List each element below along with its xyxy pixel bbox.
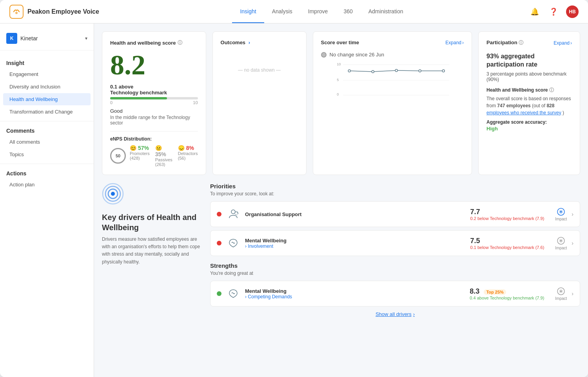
org-chevron-icon: ▾ (85, 36, 87, 41)
participation-sub: 3 percentage points above benchmark (90%… (486, 71, 572, 82)
outcomes-title: Outcomes › (221, 40, 250, 45)
svg-point-7 (348, 70, 350, 72)
detractors-label: Detractors (56) (178, 151, 198, 161)
tab-administration[interactable]: Administration (361, 0, 411, 23)
driver-icon-org-support (226, 207, 240, 221)
driver-score-strength: 8.3 Top 25% (470, 287, 544, 296)
impact-label-strength: Impact (555, 296, 567, 301)
health-score-card: Health and wellbeing score ⓘ 8.2 0.1 abo… (102, 31, 206, 175)
driver-score-1: 7.7 (470, 208, 544, 216)
driver-impact-1: Impact (555, 207, 567, 221)
outcomes-header: Outcomes › (221, 40, 298, 45)
sidebar-item-action-plan[interactable]: Action plan (3, 179, 91, 191)
tab-insight[interactable]: Insight (232, 0, 264, 23)
progress-bar: 0 10 (110, 97, 198, 105)
notifications-icon[interactable]: 🔔 (528, 5, 541, 18)
warning-dot-1 (217, 212, 221, 216)
no-change-dot-icon (321, 52, 327, 58)
time-expand-link[interactable]: Expand › (445, 40, 464, 45)
driver-name-mental: Mental Wellbeing (245, 238, 466, 244)
score-over-time-card: Score over time Expand › No change since… (313, 31, 472, 175)
sidebar-section-comments: Comments (0, 124, 94, 135)
driver-score-group-strength: 8.3 Top 25% 0.4 above Technology benchma… (470, 287, 544, 300)
score-card-title: Health and wellbeing score ⓘ (110, 40, 198, 46)
top25-badge: Top 25% (484, 289, 506, 295)
show-all-drivers: Show all drivers › (210, 311, 580, 317)
quality-desc: In the middle range for the Technology s… (110, 115, 198, 126)
driver-bench-2: 0.1 below Technology benchmark (7.6) (470, 245, 544, 250)
employees-link[interactable]: employees who received the survey (486, 110, 561, 115)
driver-sub-strength: › Competing Demands (245, 294, 465, 299)
show-all-drivers-link[interactable]: Show all drivers › (376, 311, 415, 317)
passives-pct: 😐 35% (155, 145, 172, 157)
svg-point-19 (111, 192, 115, 196)
app-name: Peakon Employee Voice (27, 8, 99, 15)
quality-label: Good (110, 108, 198, 114)
detractors-stat: 😞 8% Detractors (56) (178, 145, 198, 167)
outcomes-chevron-icon[interactable]: › (249, 40, 250, 45)
participation-info-icon[interactable]: ⓘ (519, 40, 523, 45)
sidebar-item-all-comments[interactable]: All comments (3, 136, 91, 148)
tab-improve[interactable]: Improve (300, 0, 336, 23)
key-drivers-icon (102, 183, 124, 205)
hw-info-icon[interactable]: ⓘ (549, 87, 554, 94)
sidebar-item-engagement[interactable]: Engagement (3, 68, 91, 80)
driver-icon-strength (226, 287, 240, 301)
driver-chevron-2[interactable]: › (572, 240, 573, 246)
progress-bar-fill (110, 97, 167, 99)
sidebar-section-actions: Actions (0, 167, 94, 178)
score-big-number: 8.2 (110, 51, 198, 79)
org-icon: K (6, 33, 17, 44)
svg-point-11 (442, 70, 445, 72)
bottom-section: Key drivers of Health and Wellbeing Driv… (102, 183, 580, 317)
org-name: Kinetar (20, 35, 82, 41)
hw-score-label: Health and Wellbeing score ⓘ (486, 87, 572, 94)
driver-info-mental: Mental Wellbeing › Involvement (245, 238, 466, 249)
impact-label-1: Impact (555, 217, 567, 221)
driver-sub-mental: › Involvement (245, 244, 466, 249)
good-dot-1 (217, 291, 221, 296)
main-layout: K Kinetar ▾ Insight Engagement Diversity… (0, 23, 588, 377)
sidebar-item-transformation[interactable]: Transformation and Change (3, 106, 91, 118)
svg-text:5: 5 (337, 78, 339, 82)
passives-label: Passives (263) (155, 157, 172, 167)
key-drivers-desc: Drivers measure how satisfied employees … (102, 236, 204, 266)
sidebar-item-health[interactable]: Health and Wellbeing (3, 93, 91, 105)
enps-stats: 😊 57% Promoters (428) 😐 35% Passives (26… (130, 145, 198, 167)
user-avatar[interactable]: HB (566, 5, 579, 18)
chart-svg: 10 5 0 (321, 62, 464, 97)
participation-expand-link[interactable]: Expand › (554, 40, 572, 46)
time-card-header: Score over time Expand › (321, 40, 464, 45)
driver-card-org-support[interactable]: Organisational Support 7.7 0.2 below Tec… (210, 201, 580, 227)
main-content: Health and wellbeing score ⓘ 8.2 0.1 abo… (94, 23, 588, 377)
app-logo-icon (9, 5, 24, 19)
driver-card-mental-wellbeing-1[interactable]: Mental Wellbeing › Involvement 7.5 0.1 b… (210, 230, 580, 256)
tab-analysis[interactable]: Analysis (264, 0, 300, 23)
promoters-stat: 😊 57% Promoters (428) (130, 145, 150, 167)
org-selector[interactable]: K Kinetar ▾ (0, 30, 94, 51)
svg-point-9 (395, 69, 397, 72)
driver-card-strength-1[interactable]: Mental Wellbeing › Competing Demands 8.3… (210, 281, 580, 307)
sidebar: K Kinetar ▾ Insight Engagement Diversity… (0, 23, 94, 377)
right-panel: Priorities To improve your score, look a… (210, 183, 580, 317)
sidebar-item-topics[interactable]: Topics (3, 148, 91, 161)
chart-area: 10 5 0 (321, 62, 464, 101)
benchmark-text: 0.1 above Technology benchmark (110, 84, 198, 96)
sidebar-item-diversity[interactable]: Diversity and Inclusion (3, 81, 91, 93)
driver-chevron-strength[interactable]: › (572, 290, 573, 297)
no-change-row: No change since 26 Jun (321, 52, 464, 58)
help-icon[interactable]: ❓ (547, 5, 560, 18)
driver-chevron-1[interactable]: › (572, 211, 573, 217)
participation-title: Participation ⓘ (486, 40, 523, 46)
svg-point-24 (560, 211, 562, 213)
score-info-icon[interactable]: ⓘ (178, 40, 182, 46)
svg-point-8 (372, 70, 374, 73)
promoters-label: Promoters (428) (130, 151, 150, 161)
tab-360[interactable]: 360 (336, 0, 360, 23)
strengths-title: Strengths (210, 262, 580, 269)
outcomes-card: Outcomes › — no data shown — (212, 31, 307, 175)
key-drivers-panel: Key drivers of Health and Wellbeing Driv… (102, 183, 204, 317)
accuracy-value: High (486, 126, 572, 132)
driver-score-group-2: 7.5 0.1 below Technology benchmark (7.6) (470, 237, 544, 250)
enps-title: eNPS Distribution: (110, 136, 198, 142)
